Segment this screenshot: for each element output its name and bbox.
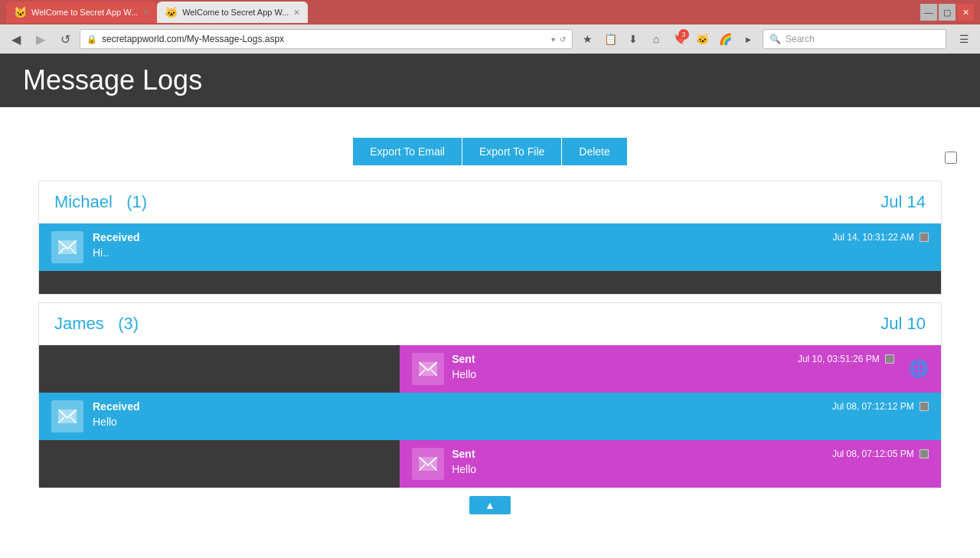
back-button[interactable]: ◀ xyxy=(6,29,26,49)
tab1-icon: 🐱 xyxy=(14,6,27,18)
received-mail-icon xyxy=(51,231,83,263)
message-type-label: Received xyxy=(93,231,139,243)
search-bar[interactable]: 🔍 Search xyxy=(763,29,946,49)
expand-icon[interactable]: ▸ xyxy=(738,29,758,49)
close-button[interactable]: ✕ xyxy=(957,4,974,21)
received-mail-icon2 xyxy=(51,400,83,432)
sent-time1: Jul 10, 03:51:26 PM xyxy=(798,354,894,364)
message-row-sent1: Sent Jul 10, 03:51:26 PM Hello 🌐 xyxy=(400,345,941,393)
download-icon[interactable]: ⬇ xyxy=(623,29,643,49)
address-bar: ◀ ▶ ↺ 🔒 secretappworld.com/My-Message-Lo… xyxy=(0,24,980,54)
conversations-list: Michael (1) Jul 14 xyxy=(0,181,980,488)
browser-window: 🐱 WelCome to Secret App W... ✕ 🐱 WelCome… xyxy=(0,0,980,558)
tab2-close[interactable]: ✕ xyxy=(293,8,300,18)
action-bar: Export To Email Export To File Delete xyxy=(0,138,980,165)
home-icon[interactable]: ⌂ xyxy=(646,29,666,49)
browser-tab-1[interactable]: 🐱 WelCome to Secret App W... ✕ xyxy=(6,2,157,23)
select-all-checkbox[interactable] xyxy=(945,152,957,164)
page-header: Message Logs xyxy=(0,54,980,107)
search-placeholder: Search xyxy=(786,34,815,44)
sent-checkbox2[interactable] xyxy=(920,449,929,458)
url-refresh-icon[interactable]: ↺ xyxy=(560,35,566,44)
title-bar: 🐱 WelCome to Secret App W... ✕ 🐱 WelCome… xyxy=(0,0,980,24)
search-icon: 🔍 xyxy=(769,34,781,44)
refresh-button[interactable]: ↺ xyxy=(55,29,75,49)
conversation-michael-name: Michael (1) xyxy=(54,192,147,212)
michael-messages: Received Jul 14, 10:31:22 AM Hi.. xyxy=(39,224,941,294)
minimize-button[interactable]: — xyxy=(920,4,937,21)
conversation-michael-date: Jul 14 xyxy=(880,192,926,212)
toolbar-icons: ★ 📋 ⬇ ⌂ 🔖 3 🐱 🌈 ▸ xyxy=(577,29,758,49)
message-time: Jul 14, 10:31:22 AM xyxy=(833,232,929,243)
browser-tab-2[interactable]: 🐱 WelCome to Secret App W... ✕ xyxy=(157,2,308,23)
sent-text2: Hello xyxy=(452,463,929,475)
message-row-sent2: Sent Jul 08, 07:12:05 PM Hello xyxy=(400,440,941,488)
menu-icon[interactable]: ☰ xyxy=(954,29,974,49)
tab2-label: WelCome to Secret App W... xyxy=(182,8,289,17)
sent-type-label1: Sent xyxy=(452,353,475,365)
sent-type-label2: Sent xyxy=(452,448,475,460)
message-select-checkbox[interactable] xyxy=(920,233,929,242)
forward-button[interactable]: ▶ xyxy=(31,29,51,49)
conversation-james-date: Jul 10 xyxy=(880,314,926,334)
page-title: Message Logs xyxy=(23,64,202,96)
dark-row-sent: Sent Jul 10, 03:51:26 PM Hello 🌐 xyxy=(39,345,941,393)
dark-row-sent2: Sent Jul 08, 07:12:05 PM Hello xyxy=(39,440,941,488)
conversation-james-name: James (3) xyxy=(54,314,139,334)
message-text: Hi.. xyxy=(93,246,929,259)
dark-spacer xyxy=(39,271,941,294)
conversation-james-header: James (3) Jul 10 xyxy=(39,303,941,345)
scroll-up-area: ▲ xyxy=(0,496,980,514)
message-meta: Received Jul 14, 10:31:22 AM xyxy=(93,231,929,243)
url-text: secretappworld.com/My-Message-Logs.aspx xyxy=(102,34,547,44)
delete-button[interactable]: Delete xyxy=(562,138,626,165)
sent-message-meta1: Sent Jul 10, 03:51:26 PM xyxy=(452,353,894,365)
rainbow-icon[interactable]: 🌈 xyxy=(715,29,735,49)
james-messages: Sent Jul 10, 03:51:26 PM Hello 🌐 xyxy=(39,345,941,488)
export-file-button[interactable]: Export To File xyxy=(462,138,562,165)
page-body: Export To Email Export To File Delete Mi… xyxy=(0,107,980,530)
tab2-icon: 🐱 xyxy=(165,6,178,18)
star-icon[interactable]: ★ xyxy=(577,29,597,49)
conversation-michael: Michael (1) Jul 14 xyxy=(38,181,942,295)
received-text2: Hello xyxy=(93,416,929,428)
sent-message-content2: Sent Jul 08, 07:12:05 PM Hello xyxy=(452,448,929,475)
sent-mail-icon1 xyxy=(412,353,444,385)
sent-message-meta2: Sent Jul 08, 07:12:05 PM xyxy=(452,448,929,460)
select-all-checkbox-area xyxy=(945,152,957,167)
scroll-up-button[interactable]: ▲ xyxy=(469,496,511,514)
message-row-received2: Received Jul 08, 07:12:12 PM Hello xyxy=(39,393,941,440)
tab1-label: WelCome to Secret App W... xyxy=(31,8,138,17)
url-bar[interactable]: 🔒 secretappworld.com/My-Message-Logs.asp… xyxy=(80,29,573,49)
sent-text1: Hello xyxy=(452,368,894,380)
tab1-close[interactable]: ✕ xyxy=(142,8,149,18)
message-row: Received Jul 14, 10:31:22 AM Hi.. xyxy=(39,224,941,271)
url-dropdown-icon[interactable]: ▾ xyxy=(551,35,555,44)
sent-message-content1: Sent Jul 10, 03:51:26 PM Hello xyxy=(452,353,894,380)
received-message-meta2: Received Jul 08, 07:12:12 PM xyxy=(93,400,929,413)
sent-time2: Jul 08, 07:12:05 PM xyxy=(832,449,929,459)
conversation-michael-header: Michael (1) Jul 14 xyxy=(39,181,941,224)
export-email-button[interactable]: Export To Email xyxy=(353,138,462,165)
window-controls: — ▢ ✕ xyxy=(920,4,974,21)
lock-icon: 🔒 xyxy=(87,34,97,44)
extension-icon[interactable]: 🐱 xyxy=(692,29,712,49)
sent-mail-icon2 xyxy=(412,448,444,480)
notification-badge[interactable]: 🔖 3 xyxy=(669,29,689,49)
sent-checkbox1[interactable] xyxy=(885,354,894,364)
maximize-button[interactable]: ▢ xyxy=(939,4,956,21)
received-time2: Jul 08, 07:12:12 PM xyxy=(832,401,929,412)
received-type-label2: Received xyxy=(93,400,139,413)
page-content: Message Logs Export To Email Export To F… xyxy=(0,54,980,558)
message-content: Received Jul 14, 10:31:22 AM Hi.. xyxy=(93,231,929,259)
received-message-content2: Received Jul 08, 07:12:12 PM Hello xyxy=(93,400,929,428)
received-checkbox2[interactable] xyxy=(920,402,929,411)
clipboard-icon[interactable]: 📋 xyxy=(600,29,620,49)
globe-icon: 🌐 xyxy=(908,359,929,379)
conversation-james: James (3) Jul 10 xyxy=(38,302,942,488)
